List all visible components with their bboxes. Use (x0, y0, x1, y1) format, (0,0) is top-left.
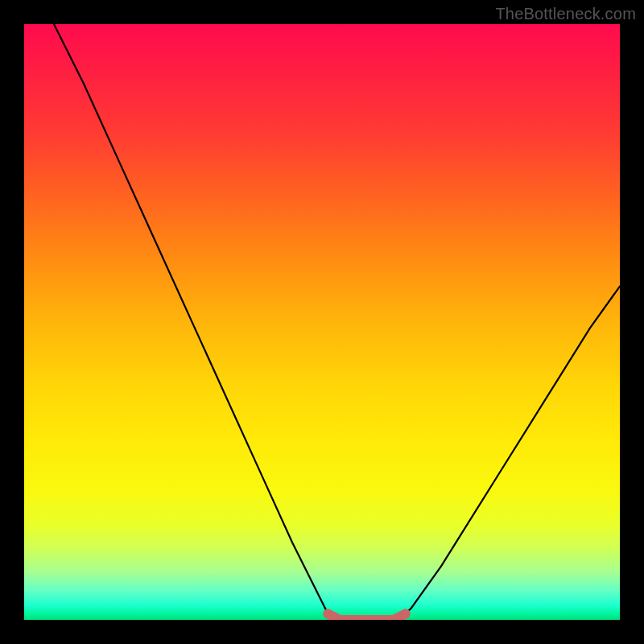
watermark-text: TheBottleneck.com (495, 5, 636, 23)
chart-frame: TheBottleneck.com (0, 0, 644, 644)
heat-gradient-background (24, 24, 620, 620)
plot-area (24, 24, 620, 620)
